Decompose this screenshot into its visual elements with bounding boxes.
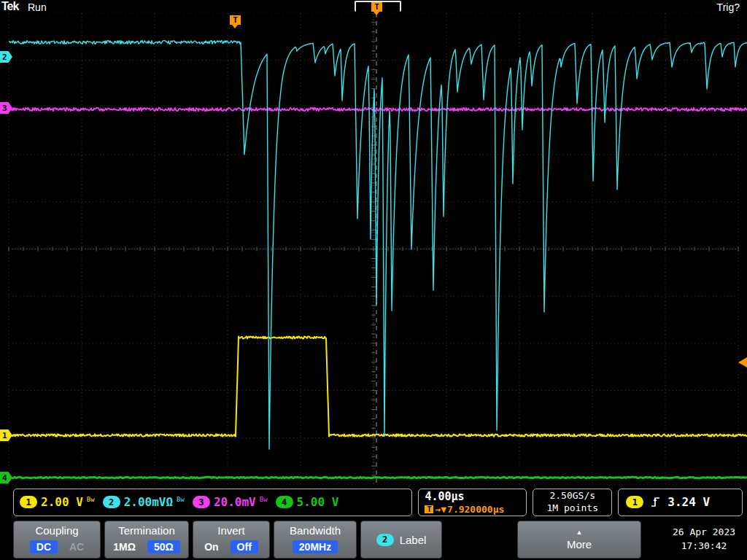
- datetime-display: 26 Apr 2023 17:30:42: [664, 526, 744, 553]
- trigger-delay: T →▼ 7.920000µs: [425, 504, 504, 515]
- trigger-level: 3.24 V: [667, 495, 710, 509]
- bandwidth-button[interactable]: Bandwidth 20MHz: [274, 521, 357, 559]
- ch2-bandwidth-icon: Bw: [177, 496, 185, 503]
- bandwidth-label: Bandwidth: [290, 524, 341, 537]
- more-arrow-icon: ▲: [576, 529, 583, 536]
- rising-edge-icon: [650, 496, 661, 508]
- sample-rate: 2.50GS/s: [549, 490, 595, 502]
- coupling-button[interactable]: Coupling DC AC: [13, 521, 101, 559]
- ch3-bandwidth-icon: Bw: [260, 496, 268, 503]
- graticule: 2 3 1 4: [0, 13, 747, 485]
- termination-label: Termination: [118, 524, 175, 537]
- coupling-label: Coupling: [35, 524, 78, 537]
- trigger-time-flag[interactable]: T: [230, 15, 241, 25]
- coupling-dc-option[interactable]: DC: [30, 540, 58, 553]
- tek-logo: Tek: [1, 0, 18, 13]
- record-length: 1M points: [547, 502, 598, 514]
- more-button[interactable]: ▲ More: [517, 521, 641, 559]
- acquisition-status: Run: [28, 1, 47, 13]
- invert-off-option[interactable]: Off: [231, 540, 258, 553]
- waveform-display: [0, 13, 747, 485]
- termination-1m-option[interactable]: 1MΩ: [113, 541, 136, 553]
- label-text: Label: [400, 534, 427, 546]
- label-ch2-badge: 2: [376, 534, 394, 546]
- ch1-bandwidth-icon: Bw: [87, 496, 95, 503]
- ch1-badge: 1: [20, 496, 37, 508]
- timebase-readout[interactable]: 4.00µs T →▼ 7.920000µs: [418, 489, 527, 516]
- ch2-badge: 2: [103, 496, 120, 508]
- invert-label: Invert: [217, 524, 245, 537]
- label-button[interactable]: 2 Label: [360, 521, 442, 559]
- soft-menu-bar: Coupling DC AC Termination 1MΩ 50Ω Inver…: [0, 519, 747, 560]
- ch3-badge: 3: [193, 496, 210, 508]
- trigger-source-badge: 1: [626, 496, 643, 508]
- timebase-scale: 4.00µs: [425, 490, 464, 503]
- acquisition-readout[interactable]: 2.50GS/s 1M points: [533, 489, 612, 516]
- invert-on-option[interactable]: On: [204, 541, 218, 553]
- readout-bar: 1 2.00 V Bw 2 2.00mVΩ Bw 3 20.0mV Bw 4 5…: [0, 485, 747, 519]
- delay-arrows: →▼: [435, 504, 446, 515]
- time-text: 17:30:42: [664, 540, 744, 553]
- ch4-scale: 5.00 V: [297, 495, 339, 509]
- termination-50-option[interactable]: 50Ω: [147, 540, 180, 553]
- more-text: More: [567, 538, 592, 551]
- termination-button[interactable]: Termination 1MΩ 50Ω: [104, 521, 189, 559]
- trigger-position-marker[interactable]: T: [371, 2, 382, 12]
- trigger-flag-icon: T: [425, 505, 433, 513]
- ch3-scale: 20.0mV: [214, 495, 256, 509]
- date-text: 26 Apr 2023: [664, 526, 744, 540]
- bandwidth-20mhz-option[interactable]: 20MHz: [293, 540, 338, 553]
- oscilloscope-screen: Tek Run Trig? T T 2 3 1 4 1 2.00 V Bw 2 …: [0, 0, 747, 560]
- ch1-scale: 2.00 V: [41, 495, 83, 509]
- coupling-ac-option[interactable]: AC: [69, 541, 84, 553]
- delay-value: 7.920000µs: [447, 504, 504, 515]
- channel-readouts[interactable]: 1 2.00 V Bw 2 2.00mVΩ Bw 3 20.0mV Bw 4 5…: [13, 489, 412, 516]
- trigger-status: Trig?: [717, 1, 740, 13]
- ch2-scale: 2.00mVΩ: [124, 495, 173, 509]
- ch4-badge: 4: [276, 496, 293, 508]
- invert-button[interactable]: Invert On Off: [193, 521, 270, 559]
- trigger-readout[interactable]: 1 3.24 V: [618, 489, 743, 516]
- trigger-level-marker[interactable]: [738, 357, 747, 368]
